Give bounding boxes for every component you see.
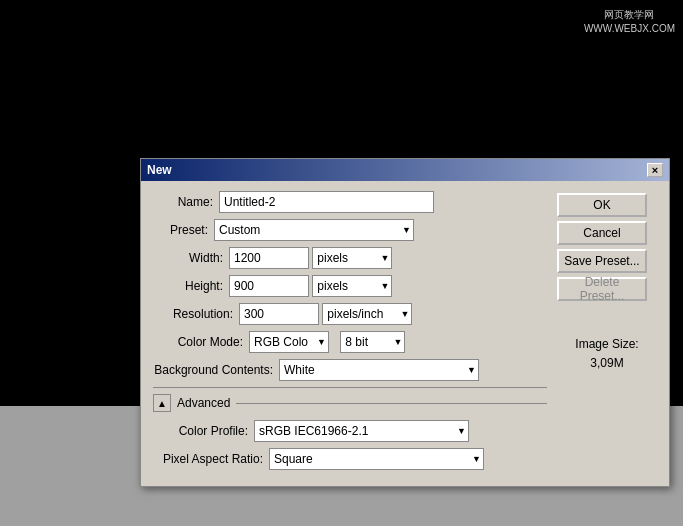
pixelaspect-select-wrapper: Square D1/DV NTSC (0.9) D1/DV PAL (1.07)… [269, 448, 484, 470]
bg-label: Background Contents: [153, 363, 273, 377]
dialog-form: Name: Preset: Custom Default Photoshop S… [153, 191, 547, 476]
preset-row: Preset: Custom Default Photoshop Size Le… [153, 219, 547, 241]
dialog-body: Name: Preset: Custom Default Photoshop S… [141, 181, 669, 486]
resolution-unit-wrapper: pixels/inch pixels/cm ▼ [322, 303, 412, 325]
height-label: Height: [153, 279, 223, 293]
delete-preset-button[interactable]: Delete Preset... [557, 277, 647, 301]
preset-select[interactable]: Custom Default Photoshop Size Letter Leg… [214, 219, 414, 241]
dialog-titlebar: New × [141, 159, 669, 181]
width-label: Width: [153, 251, 223, 265]
advanced-label: Advanced [177, 396, 230, 410]
colormode-label: Color Mode: [153, 335, 243, 349]
dialog-title: New [147, 163, 172, 177]
bg-select-wrapper: White Background Color Transparent ▼ [279, 359, 479, 381]
pixelaspect-row: Pixel Aspect Ratio: Square D1/DV NTSC (0… [153, 448, 547, 470]
width-unit-select[interactable]: pixels inches cm [312, 247, 392, 269]
width-row: Width: pixels inches cm ▼ [153, 247, 547, 269]
colormode-select-wrapper: RGB Color CMYK Color Grayscale Lab Color… [249, 331, 329, 353]
close-button[interactable]: × [647, 163, 663, 177]
height-unit-wrapper: pixels inches cm ▼ [312, 275, 392, 297]
colorprofile-select-wrapper: sRGB IEC61966-2.1 Adobe RGB (1998) None … [254, 420, 469, 442]
bit-depth-select[interactable]: 8 bit 16 bit 32 bit [340, 331, 405, 353]
name-input[interactable] [219, 191, 434, 213]
bit-depth-wrapper: 8 bit 16 bit 32 bit ▼ [340, 331, 405, 353]
advanced-line [236, 403, 547, 404]
resolution-label: Resolution: [153, 307, 233, 321]
image-size-label: Image Size: [557, 335, 657, 354]
height-row: Height: pixels inches cm ▼ [153, 275, 547, 297]
colormode-row: Color Mode: RGB Color CMYK Color Graysca… [153, 331, 547, 353]
resolution-row: Resolution: pixels/inch pixels/cm ▼ [153, 303, 547, 325]
pixelaspect-label: Pixel Aspect Ratio: [153, 452, 263, 466]
bg-select[interactable]: White Background Color Transparent [279, 359, 479, 381]
cancel-button[interactable]: Cancel [557, 221, 647, 245]
width-input[interactable] [229, 247, 309, 269]
height-unit-select[interactable]: pixels inches cm [312, 275, 392, 297]
image-size-box: Image Size: 3,09M [557, 335, 657, 373]
colorprofile-select[interactable]: sRGB IEC61966-2.1 Adobe RGB (1998) None [254, 420, 469, 442]
dialog-buttons: OK Cancel Save Preset... Delete Preset..… [557, 191, 657, 476]
ok-button[interactable]: OK [557, 193, 647, 217]
colormode-select[interactable]: RGB Color CMYK Color Grayscale Lab Color… [249, 331, 329, 353]
colorprofile-row: Color Profile: sRGB IEC61966-2.1 Adobe R… [153, 420, 547, 442]
width-unit-wrapper: pixels inches cm ▼ [312, 247, 392, 269]
resolution-unit-select[interactable]: pixels/inch pixels/cm [322, 303, 412, 325]
pixelaspect-select[interactable]: Square D1/DV NTSC (0.9) D1/DV PAL (1.07) [269, 448, 484, 470]
name-label: Name: [153, 195, 213, 209]
name-row: Name: [153, 191, 547, 213]
colorprofile-label: Color Profile: [153, 424, 248, 438]
watermark: 网页教学网 WWW.WEBJX.COM [584, 8, 675, 36]
new-dialog: New × Name: Preset: Custom Default Photo… [140, 158, 670, 487]
image-size-value: 3,09M [557, 354, 657, 373]
save-preset-button[interactable]: Save Preset... [557, 249, 647, 273]
height-input[interactable] [229, 275, 309, 297]
colormode-controls: RGB Color CMYK Color Grayscale Lab Color… [249, 331, 405, 353]
resolution-input[interactable] [239, 303, 319, 325]
preset-select-wrapper: Custom Default Photoshop Size Letter Leg… [214, 219, 414, 241]
advanced-toggle-button[interactable]: ▲ [153, 394, 171, 412]
advanced-header: ▲ Advanced [153, 394, 547, 412]
preset-label: Preset: [153, 223, 208, 237]
advanced-section: ▲ Advanced Color Profile: sRGB IEC61966-… [153, 387, 547, 470]
bg-row: Background Contents: White Background Co… [153, 359, 547, 381]
